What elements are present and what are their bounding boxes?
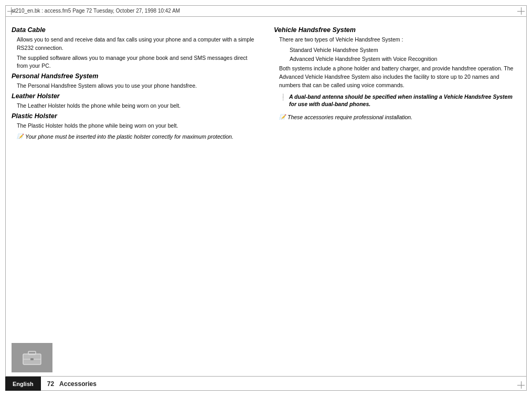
data-cable-p1: Allows you to send and receive data and … bbox=[17, 36, 258, 53]
personal-handsfree-p1: The Personal Handsfree System allows you… bbox=[17, 82, 258, 90]
content-area: Data Cable Allows you to send and receiv… bbox=[12, 21, 520, 375]
section-leather-holster: Leather Holster The Leather Holster hold… bbox=[12, 92, 258, 110]
plastic-holster-p1: The Plastic Holster holds the phone whil… bbox=[17, 122, 258, 130]
leather-holster-title: Leather Holster bbox=[12, 92, 258, 100]
section-vehicle-handsfree: Vehicle Handsfree System There are two t… bbox=[274, 26, 520, 121]
header-text: st210_en.bk : access.fm5 Page 72 Tuesday… bbox=[12, 8, 180, 14]
footer-page-number: 72 bbox=[47, 380, 54, 388]
warning-text: A dual-band antenna should be specified … bbox=[289, 93, 520, 108]
data-cable-p2: The supplied software allows you to mana… bbox=[17, 54, 258, 71]
footer-language: English bbox=[5, 377, 41, 391]
vehicle-handsfree-body: There are two types of Vehicle Handsfree… bbox=[279, 36, 520, 90]
vehicle-handsfree-title: Vehicle Handsfree System bbox=[274, 26, 520, 34]
left-column: Data Cable Allows you to send and receiv… bbox=[12, 21, 258, 375]
vehicle-handsfree-bullets: Standard Vehicle Handsfree System Advanc… bbox=[290, 46, 520, 64]
bullet-1: Standard Vehicle Handsfree System bbox=[290, 46, 520, 55]
personal-handsfree-title: Personal Handsfree System bbox=[12, 72, 258, 80]
personal-handsfree-body: The Personal Handsfree System allows you… bbox=[17, 82, 258, 90]
plastic-holster-note: 📝 Your phone must be inserted into the p… bbox=[17, 133, 258, 141]
vehicle-handsfree-note-text: These accessories require professional i… bbox=[288, 113, 412, 121]
right-column: Vehicle Handsfree System There are two t… bbox=[274, 21, 520, 375]
header-bar: st210_en.bk : access.fm5 Page 72 Tuesday… bbox=[5, 5, 527, 17]
leather-holster-p1: The Leather Holster holds the phone whil… bbox=[17, 102, 258, 110]
warning-icon: ❕ bbox=[279, 93, 287, 102]
footer-section: Accessories bbox=[59, 380, 97, 388]
bullet-2: Advanced Vehicle Handsfree System with V… bbox=[290, 55, 520, 64]
section-data-cable: Data Cable Allows you to send and receiv… bbox=[12, 26, 258, 70]
vehicle-handsfree-note: 📝 These accessories require professional… bbox=[279, 113, 520, 121]
svg-rect-3 bbox=[30, 358, 34, 360]
footer-page-info: 72 Accessories bbox=[47, 380, 97, 388]
vehicle-handsfree-p1: Both systems include a phone holder and … bbox=[279, 65, 520, 89]
data-cable-body: Allows you to send and receive data and … bbox=[17, 36, 258, 70]
plastic-holster-body: The Plastic Holster holds the phone whil… bbox=[17, 122, 258, 130]
plastic-holster-note-text: Your phone must be inserted into the pla… bbox=[25, 133, 233, 141]
accessory-image-box bbox=[12, 343, 52, 372]
page-note-icon: 📝 bbox=[17, 133, 23, 140]
data-cable-title: Data Cable bbox=[12, 26, 258, 34]
plastic-holster-title: Plastic Holster bbox=[12, 112, 258, 120]
leather-holster-body: The Leather Holster holds the phone whil… bbox=[17, 102, 258, 110]
briefcase-icon bbox=[22, 350, 42, 366]
vehicle-handsfree-warning: ❕ A dual-band antenna should be specifie… bbox=[279, 93, 520, 108]
footer: English 72 Accessories bbox=[5, 376, 527, 391]
section-personal-handsfree: Personal Handsfree System The Personal H… bbox=[12, 72, 258, 90]
vehicle-handsfree-intro: There are two types of Vehicle Handsfree… bbox=[279, 36, 520, 44]
section-plastic-holster: Plastic Holster The Plastic Holster hold… bbox=[12, 112, 258, 141]
page-note-icon-2: 📝 bbox=[279, 113, 285, 121]
